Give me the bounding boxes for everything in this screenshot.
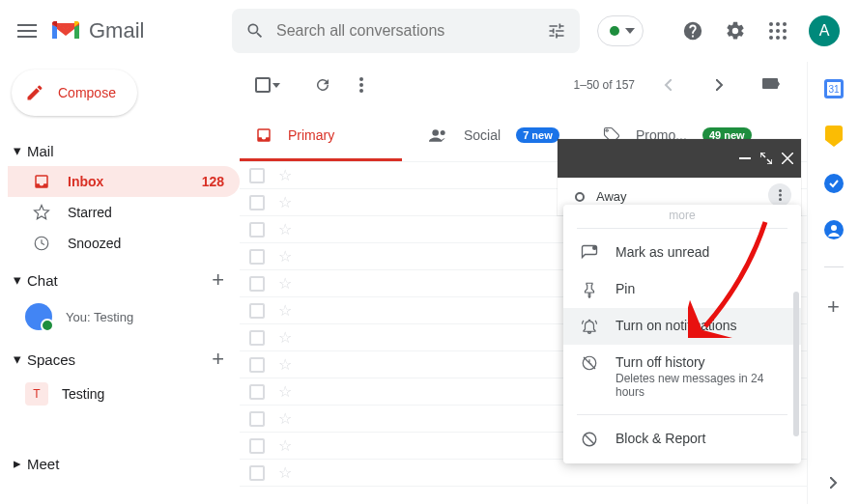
chat-section-header[interactable]: ▾ Chat +: [8, 265, 240, 295]
svg-rect-13: [739, 157, 751, 159]
row-star[interactable]: ☆: [278, 409, 292, 428]
account-avatar[interactable]: A: [809, 15, 840, 46]
search-input[interactable]: [276, 22, 547, 40]
menu-block-report[interactable]: Block & Report: [563, 421, 801, 458]
svg-point-12: [831, 225, 837, 231]
apps-button[interactable]: [759, 12, 797, 50]
caret-down-icon: ▾: [14, 142, 21, 159]
row-checkbox[interactable]: [249, 222, 265, 238]
mail-row[interactable]: ☆: [240, 460, 807, 487]
row-star[interactable]: ☆: [278, 328, 292, 347]
row-checkbox[interactable]: [249, 330, 265, 346]
svg-point-5: [432, 129, 439, 136]
row-checkbox[interactable]: [249, 249, 265, 265]
row-star[interactable]: ☆: [278, 220, 292, 238]
row-star[interactable]: ☆: [278, 301, 292, 320]
search-icon: [245, 21, 265, 41]
help-icon: [682, 20, 703, 42]
bell-icon: [581, 318, 598, 335]
row-checkbox[interactable]: [249, 465, 265, 481]
more-button[interactable]: [342, 66, 381, 104]
contacts-addon[interactable]: [824, 220, 844, 239]
prev-page-button[interactable]: [648, 66, 687, 104]
menu-pin[interactable]: Pin: [563, 271, 801, 308]
mail-section-header[interactable]: ▾ Mail: [8, 135, 240, 166]
side-panel: 31 +: [807, 62, 859, 504]
tab-primary[interactable]: Primary: [240, 108, 414, 161]
calendar-addon[interactable]: 31: [824, 79, 844, 98]
row-checkbox[interactable]: [249, 384, 265, 400]
cutoff-text: more: [563, 209, 801, 222]
add-space-button[interactable]: +: [212, 347, 224, 372]
clock-icon: [33, 235, 50, 252]
more-vert-icon: [359, 77, 363, 93]
minimize-icon[interactable]: [739, 157, 751, 159]
chat-context-menu: more Mark as unread Pin Turn on notifica…: [563, 205, 801, 463]
chat-item[interactable]: You: Testing: [8, 295, 240, 338]
get-addons-button[interactable]: +: [827, 294, 840, 320]
sidebar-item-starred[interactable]: Starred: [8, 197, 240, 228]
svg-point-6: [441, 130, 445, 135]
row-star[interactable]: ☆: [278, 436, 292, 455]
row-star[interactable]: ☆: [278, 274, 292, 293]
tasks-addon[interactable]: [824, 174, 844, 193]
search-bar[interactable]: [232, 9, 580, 53]
select-all-checkbox[interactable]: [255, 77, 280, 93]
calendar-icon: 31: [824, 79, 844, 98]
row-checkbox[interactable]: [249, 276, 265, 292]
row-checkbox[interactable]: [249, 438, 265, 454]
row-checkbox[interactable]: [249, 303, 265, 319]
search-options-icon[interactable]: [547, 21, 566, 41]
add-chat-button[interactable]: +: [212, 267, 224, 293]
chat-more-button[interactable]: [768, 183, 791, 207]
input-tools-button[interactable]: [753, 66, 791, 104]
keep-addon[interactable]: [825, 126, 843, 147]
chevron-right-icon: [830, 477, 838, 489]
svg-point-16: [779, 198, 782, 201]
row-star[interactable]: ☆: [278, 355, 292, 374]
compose-button[interactable]: Compose: [12, 70, 137, 116]
menu-scrollbar[interactable]: [793, 292, 799, 436]
menu-turn-off-history[interactable]: Turn off history Deletes new messages in…: [563, 345, 801, 408]
main-menu-button[interactable]: [8, 12, 46, 50]
fullscreen-icon[interactable]: [760, 153, 772, 164]
keep-icon: [825, 126, 843, 147]
row-star[interactable]: ☆: [278, 463, 292, 482]
sidebar-item-inbox[interactable]: Inbox 128: [8, 166, 240, 197]
refresh-button[interactable]: [303, 66, 342, 104]
row-star[interactable]: ☆: [278, 166, 292, 184]
spaces-section-header[interactable]: ▾ Spaces +: [8, 344, 240, 375]
compose-label: Compose: [58, 85, 116, 100]
row-checkbox[interactable]: [249, 168, 265, 183]
row-star[interactable]: ☆: [278, 193, 292, 211]
logo-area[interactable]: Gmail: [50, 18, 224, 43]
hide-panel-button[interactable]: [830, 477, 838, 489]
checkbox-icon: [255, 77, 271, 93]
history-off-icon: [581, 354, 598, 372]
row-checkbox[interactable]: [249, 195, 265, 210]
menu-turn-on-notifications[interactable]: Turn on notifications: [563, 308, 801, 345]
svg-point-10: [824, 174, 844, 193]
next-page-button[interactable]: [701, 66, 739, 104]
row-star[interactable]: ☆: [278, 382, 292, 401]
chevron-right-icon: [716, 79, 724, 91]
settings-button[interactable]: [716, 12, 755, 50]
support-button[interactable]: [673, 12, 712, 50]
more-vert-icon: [779, 189, 782, 201]
row-checkbox[interactable]: [249, 411, 265, 427]
row-checkbox[interactable]: [249, 357, 265, 373]
sidebar-item-snoozed[interactable]: Snoozed: [8, 228, 240, 259]
popup-titlebar[interactable]: [558, 139, 801, 178]
meet-section-header[interactable]: ▸ Meet: [8, 448, 240, 479]
chevron-down-icon: [625, 28, 635, 34]
caret-down-icon: ▾: [14, 350, 21, 368]
close-icon[interactable]: [782, 153, 793, 164]
caret-down-icon: ▾: [14, 271, 21, 289]
header-bar: Gmail A: [0, 0, 859, 62]
row-star[interactable]: ☆: [278, 247, 292, 266]
status-pill[interactable]: [597, 15, 644, 46]
gear-icon: [725, 20, 746, 42]
menu-mark-unread[interactable]: Mark as unread: [563, 235, 801, 271]
space-item[interactable]: T Testing: [8, 375, 240, 413]
block-icon: [581, 431, 598, 448]
